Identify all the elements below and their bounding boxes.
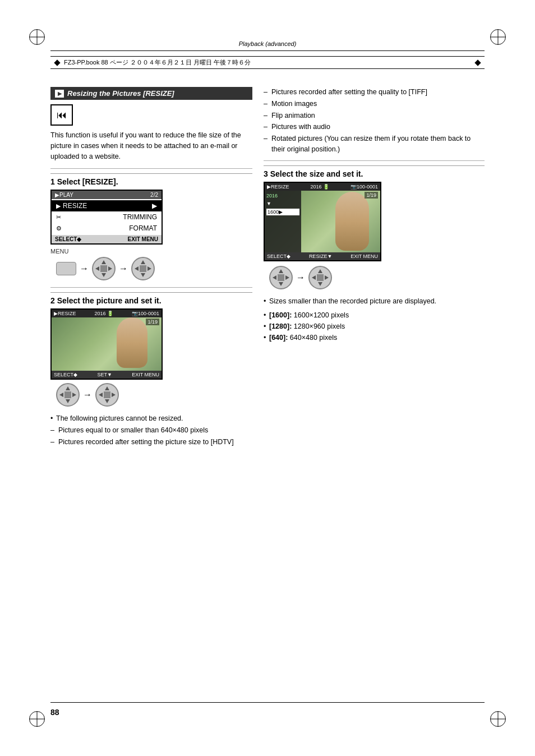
page: Playback (advanced) FZ3-PP.book 88 ページ ２…	[0, 0, 535, 756]
select-label-1: SELECT◆	[55, 236, 81, 242]
dpad-3[interactable]	[269, 266, 293, 289]
size-1600: [1600]: 1600×1200 pixels	[264, 310, 485, 321]
dpad-e2-up	[105, 386, 109, 390]
arrow-symbol-1: →	[80, 264, 89, 274]
step2-screen-footer: SELECT◆ SET▼ EXIT MENU	[52, 371, 162, 379]
two-col-layout: ▶ Resizing the Pictures [RESIZE] ⏮ This …	[50, 87, 485, 449]
dpad-enter-right	[147, 266, 151, 271]
step3-notes: Sizes smaller than the recorded picture …	[264, 296, 485, 307]
note-smaller: Sizes smaller than the recorded picture …	[264, 296, 485, 307]
book-info-text: FZ3-PP.book 88 ページ ２００４年６月２１日 月曜日 午後７時６分	[64, 58, 251, 67]
size-640: [640]: 640×480 pixels	[264, 332, 485, 343]
dpad-left-1	[95, 266, 99, 271]
resize-icon-box: ▶	[55, 90, 64, 98]
step3-footer-resize: RESIZE▼	[309, 253, 332, 259]
dpad2-up	[66, 386, 70, 390]
cr-item-7: Rotated pictures (You can resize them if…	[264, 133, 485, 155]
reg-mark-tl	[29, 29, 45, 45]
step2-camera-screen: ▶RESIZE 2016 🔋 📷100-0001 1/19 SELECT◆	[50, 308, 163, 380]
play-icon-area: ⏮	[50, 104, 252, 126]
menu-item-trimming: ✂ TRIMMING	[52, 211, 162, 223]
dpad-e2-right	[112, 393, 116, 397]
cr-item-5: Flip animation	[264, 110, 485, 121]
menu-word: MENU	[50, 248, 252, 255]
cr-item-3: Pictures recorded after setting the qual…	[264, 87, 485, 98]
menu-item-format: ⚙ FORMAT	[52, 223, 162, 234]
step2-page-indicator: 1/19	[146, 319, 159, 325]
step3-footer-exit: EXIT MENU	[350, 253, 378, 259]
dpad2-down	[66, 399, 70, 403]
step3-date: 2016 🔋	[310, 184, 329, 190]
step2-footer-set: SET▼	[97, 372, 112, 377]
dpad-e3-left	[312, 275, 316, 280]
step3-screen-footer: SELECT◆ RESIZE▼ EXIT MENU	[265, 252, 380, 260]
resize-label: RESIZE	[63, 202, 87, 210]
dpad-e3-right	[325, 275, 329, 280]
dpad-right-1	[108, 266, 112, 271]
dpad-enter-3[interactable]	[308, 266, 332, 289]
step1-menu-screen: ▶PLAY 2/2 ▶ RESIZE ▶ ✂ TRIMMING	[50, 190, 163, 245]
header-text: Playback (advanced)	[50, 40, 485, 47]
cannot-resize-list: The following pictures cannot be resized…	[50, 413, 252, 447]
cannot-resize-header: The following pictures cannot be resized…	[50, 413, 252, 424]
menu-screen-header: ▶PLAY 2/2	[52, 191, 162, 199]
step1-section: 1 Select [RESIZE]. ▶PLAY 2/2 ▶ RESIZE ▶	[50, 173, 252, 280]
menu-play-page: 2/2	[150, 192, 158, 198]
step2-screen-header: ▶RESIZE 2016 🔋 📷100-0001	[52, 310, 162, 317]
resize-icon-small: ▶	[56, 202, 61, 210]
step3-screen-header: ▶RESIZE 2016 🔋 📷100-0001	[265, 183, 380, 191]
step3-nav-arrows: →	[269, 266, 485, 289]
step2-person	[117, 317, 147, 368]
section-title: Resizing the Pictures [RESIZE]	[67, 89, 174, 98]
dpad-up-1	[102, 260, 106, 264]
dpad2-left	[59, 393, 63, 397]
step3-person	[335, 192, 369, 251]
arrow-symbol-3: →	[83, 390, 92, 400]
divider-2	[50, 287, 252, 288]
size-640-value: 640×480 pixels	[290, 334, 337, 342]
format-label: FORMAT	[129, 224, 157, 232]
menu-play-label: ▶PLAY	[55, 192, 73, 198]
right-column: Pictures recorded after setting the qual…	[264, 87, 485, 449]
menu-screen-body: ▶ RESIZE ▶ ✂ TRIMMING ⚙ FORMAT	[52, 199, 162, 235]
step3-resize-label: ▶RESIZE	[267, 184, 289, 190]
reg-mark-br	[490, 711, 506, 727]
book-info-bar: FZ3-PP.book 88 ページ ２００４年６月２１日 月曜日 午後７時６分	[50, 56, 485, 69]
step1-nav-arrows: → →	[56, 257, 252, 280]
trimming-icon: ✂	[56, 214, 61, 221]
dpad-2[interactable]	[56, 383, 80, 407]
dpad-enter-1[interactable]	[131, 257, 155, 280]
dpad-1[interactable]	[92, 257, 116, 280]
arrow-symbol-2: →	[119, 264, 128, 274]
step2-image-area: 1/19	[52, 317, 162, 371]
resize-arrow: ▶	[152, 202, 157, 210]
section-heading: ▶ Resizing the Pictures [RESIZE]	[50, 87, 252, 100]
dpad3-up	[279, 269, 283, 273]
dpad-down-1	[102, 273, 106, 277]
size-1600-value: 1600×1200 pixels	[294, 311, 349, 319]
step2-heading: 2 Select the picture and set it.	[50, 292, 252, 305]
cannot-resize-list-right: Pictures recorded after setting the qual…	[264, 87, 485, 155]
grey-button-1[interactable]	[56, 262, 76, 275]
step2-footer-select: SELECT◆	[54, 372, 77, 377]
page-number: 88	[50, 708, 59, 717]
step3-counter: 📷100-0001	[350, 184, 378, 190]
dpad-enter-up	[141, 260, 145, 264]
step2-footer-exit: EXIT MENU	[132, 372, 159, 377]
cannot-resize-item-2: Pictures recorded after setting the pict…	[50, 437, 252, 448]
step3-heading: 3 Select the size and set it.	[264, 165, 485, 178]
step2-counter: 📷100-0001	[132, 311, 159, 316]
step3-camera-screen: ▶RESIZE 2016 🔋 📷100-0001 2016 ▼	[264, 182, 381, 261]
step3-section: 3 Select the size and set it. ▶RESIZE 20…	[264, 165, 485, 344]
dpad-enter-2[interactable]	[95, 383, 119, 407]
menu-footer-1: SELECT◆ EXIT MENU	[52, 235, 162, 243]
play-icon-box: ⏮	[50, 104, 73, 126]
play-icon: ⏮	[57, 110, 67, 120]
step2-nav-arrows: →	[56, 383, 252, 407]
header-line	[50, 50, 485, 51]
size-opt-down: ▼	[266, 201, 299, 206]
step2-resize-label: ▶RESIZE	[54, 311, 76, 316]
dpad-e3-down	[318, 282, 322, 286]
step3-footer-select: SELECT◆	[267, 253, 290, 259]
reg-mark-bl	[29, 711, 45, 727]
